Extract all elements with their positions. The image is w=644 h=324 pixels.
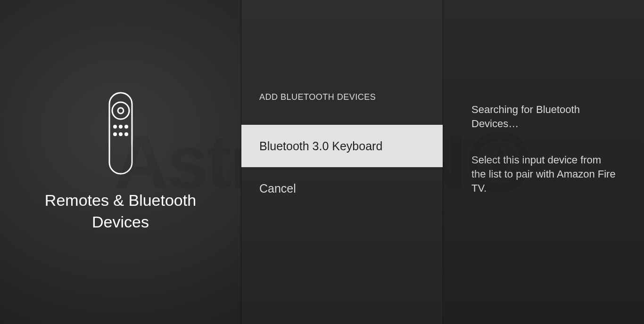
svg-point-6	[113, 132, 117, 136]
remote-icon	[107, 91, 135, 176]
cancel-button[interactable]: Cancel	[241, 167, 443, 210]
svg-point-7	[119, 132, 123, 136]
svg-point-1	[112, 102, 129, 119]
right-panel: Searching for Bluetooth Devices… Select …	[443, 0, 644, 324]
section-header: ADD BLUETOOTH DEVICES	[241, 92, 443, 102]
svg-point-3	[113, 125, 117, 129]
pairing-instruction: Select this input device from the list t…	[471, 153, 616, 195]
device-list-item[interactable]: Bluetooth 3.0 Keyboard	[241, 125, 443, 167]
svg-point-2	[118, 108, 124, 113]
page-title: Remotes & Bluetooth Devices	[0, 190, 241, 233]
svg-point-8	[124, 132, 128, 136]
cancel-label: Cancel	[259, 182, 296, 195]
svg-point-4	[119, 125, 123, 129]
device-label: Bluetooth 3.0 Keyboard	[259, 139, 382, 153]
svg-point-5	[124, 125, 128, 129]
middle-panel: ADD BLUETOOTH DEVICES Bluetooth 3.0 Keyb…	[241, 0, 443, 324]
left-panel: Remotes & Bluetooth Devices	[0, 0, 241, 324]
searching-status: Searching for Bluetooth Devices…	[471, 103, 616, 130]
